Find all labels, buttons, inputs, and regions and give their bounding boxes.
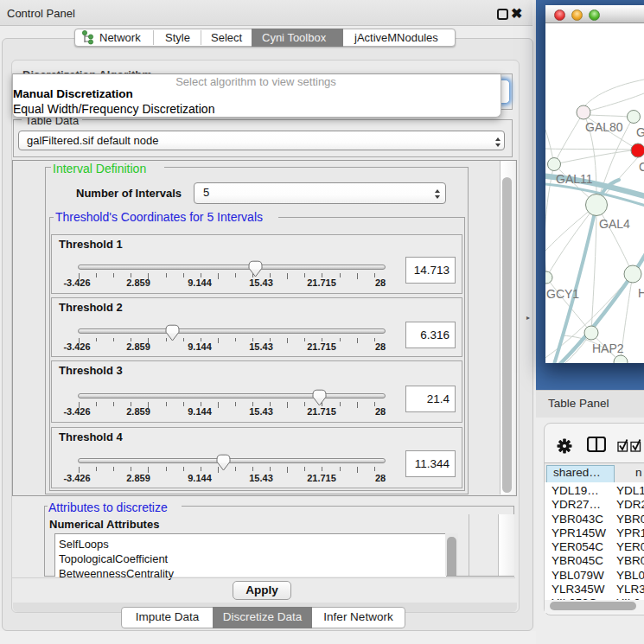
svg-text:GAL4: GAL4 — [599, 217, 630, 231]
svg-text:GA: GA — [636, 125, 644, 139]
svg-text:HAP2: HAP2 — [592, 341, 624, 355]
svg-text:GCY1: GCY1 — [546, 287, 579, 301]
svg-text:GAL80: GAL80 — [585, 120, 623, 134]
svg-text:H: H — [638, 286, 644, 300]
svg-text:GAL11: GAL11 — [556, 172, 593, 186]
svg-text:C: C — [639, 160, 644, 174]
